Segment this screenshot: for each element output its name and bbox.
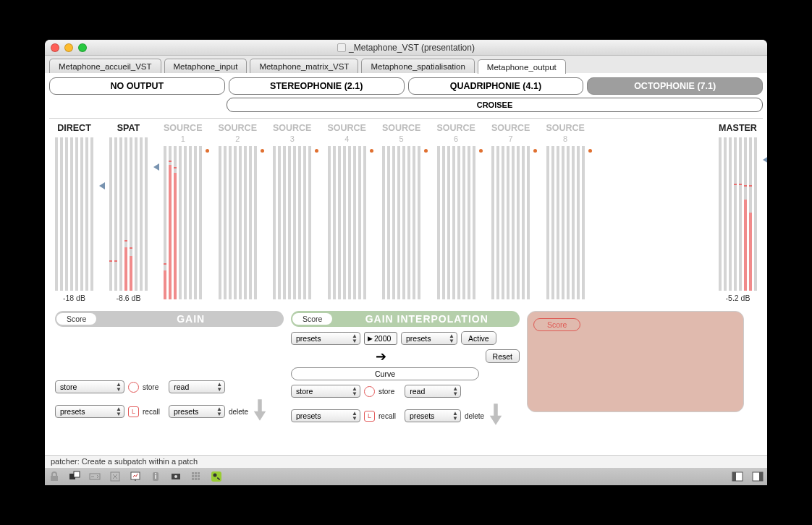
info-icon[interactable] xyxy=(149,470,162,483)
recall-trigger-icon[interactable]: L xyxy=(128,406,139,417)
meter-bar xyxy=(194,146,197,299)
window-a-icon[interactable] xyxy=(731,470,744,483)
meter-bar xyxy=(75,137,78,291)
meter-sublabel: 8 xyxy=(563,135,567,143)
meter-bar xyxy=(60,137,63,291)
interp-time[interactable]: ▶2000 xyxy=(364,332,397,345)
meter-bar xyxy=(114,137,117,291)
tab-metaphone-matrix-vst[interactable]: Metaphone_matrix_VST xyxy=(250,59,358,73)
presets-delete-select[interactable]: presets▲▼ xyxy=(405,409,461,422)
level-handle-icon[interactable] xyxy=(153,163,159,171)
meter-bar xyxy=(333,146,336,299)
app-window: _Metaphone_VST (presentation) Metaphone_… xyxy=(45,40,767,485)
meter-bar xyxy=(65,137,68,291)
zoom-icon[interactable] xyxy=(88,470,101,483)
tab-metaphone-accueil-vst[interactable]: Metaphone_accueil_VST xyxy=(49,59,161,73)
meter-bar xyxy=(418,146,420,299)
close-x-icon[interactable] xyxy=(109,470,122,483)
db-readout: -5.2 dB xyxy=(726,294,750,302)
meter-label: SOURCE xyxy=(546,123,584,133)
meter-bar xyxy=(303,146,306,299)
document-icon xyxy=(337,43,346,52)
meter-bar xyxy=(85,137,88,291)
store-trigger-icon[interactable] xyxy=(128,382,139,393)
active-button[interactable]: Active xyxy=(461,331,496,345)
mode-octophonie-7-1-[interactable]: OCTOPHONIE (7.1) xyxy=(587,77,763,95)
store-select[interactable]: store▲▼ xyxy=(55,380,124,393)
minimize-button[interactable] xyxy=(64,43,73,52)
object-icon[interactable] xyxy=(169,470,182,483)
score-button[interactable]: Score xyxy=(533,318,580,331)
meter-bar xyxy=(473,146,475,299)
meter-bar xyxy=(343,146,346,299)
mode-no-output[interactable]: NO OUTPUT xyxy=(49,77,225,95)
meter-bar xyxy=(754,137,757,291)
status-bar: patcher: Create a subpatch within a patc… xyxy=(45,455,767,468)
interp-presets-a[interactable]: presets▲▼ xyxy=(291,332,360,345)
meter-bar xyxy=(353,146,356,299)
lock-icon[interactable] xyxy=(48,470,61,483)
meter-label: SPAT xyxy=(117,123,140,133)
activity-icon[interactable] xyxy=(210,470,223,483)
meter-bar xyxy=(729,137,732,291)
meter-bar xyxy=(407,146,410,299)
presets-delete-select[interactable]: presets▲▼ xyxy=(169,405,225,418)
new-object-icon[interactable] xyxy=(68,470,81,483)
grid-icon[interactable] xyxy=(190,470,203,483)
presets-select[interactable]: presets▲▼ xyxy=(291,409,360,422)
recall-trigger-icon[interactable]: L xyxy=(364,411,375,422)
meter-bar xyxy=(249,146,252,299)
meter-bar xyxy=(244,146,247,299)
recall-label: recall xyxy=(378,412,396,420)
meter-bar xyxy=(348,146,351,299)
read-select[interactable]: read▲▼ xyxy=(405,385,461,398)
delete-label: delete xyxy=(465,412,484,420)
meter-bar xyxy=(70,137,73,291)
svg-rect-7 xyxy=(155,475,156,479)
meter-bar xyxy=(719,137,722,291)
svg-rect-11 xyxy=(192,472,194,474)
meter-bar xyxy=(189,146,192,299)
tab-metaphone-spatialisation[interactable]: Metaphone_spatialisation xyxy=(361,59,474,73)
meter-bar xyxy=(363,146,366,299)
mode-quadriphonie-4-1-[interactable]: QUADRIPHONIE (4.1) xyxy=(408,77,584,95)
reset-button[interactable]: Reset xyxy=(486,349,520,363)
window-b-icon[interactable] xyxy=(751,470,764,483)
score-button[interactable]: Score xyxy=(292,313,332,325)
zoom-button[interactable] xyxy=(78,43,87,52)
meter-bar xyxy=(402,146,405,299)
read-select[interactable]: read▲▼ xyxy=(169,380,225,393)
store-select[interactable]: store▲▼ xyxy=(291,385,360,398)
meter-sublabel: 3 xyxy=(290,135,295,143)
store-trigger-icon[interactable] xyxy=(364,386,375,397)
meter-bar xyxy=(328,146,331,299)
presentation-icon[interactable] xyxy=(129,470,142,483)
svg-rect-18 xyxy=(195,478,197,480)
tab-metaphone-input[interactable]: Metaphone_input xyxy=(164,59,248,73)
tab-metaphone-output[interactable]: Metaphone_output xyxy=(478,59,566,74)
spat-meter: SPAT-8.6 dB xyxy=(109,123,148,302)
mode-stereophonie-2-1-[interactable]: STEREOPHONIE (2.1) xyxy=(229,77,405,95)
meter-bars xyxy=(328,146,366,299)
presets-select[interactable]: presets▲▼ xyxy=(55,405,124,418)
meter-bar xyxy=(447,146,450,299)
interp-presets-b[interactable]: presets▲▼ xyxy=(401,332,457,345)
svg-point-21 xyxy=(213,474,217,477)
svg-rect-8 xyxy=(155,473,156,474)
level-handle-icon[interactable] xyxy=(763,156,767,163)
close-button[interactable] xyxy=(51,43,59,52)
svg-point-5 xyxy=(135,479,136,481)
content: NO OUTPUTSTEREOPHONIE (2.1)QUADRIPHONIE … xyxy=(45,73,767,455)
titlebar: _Metaphone_VST (presentation) xyxy=(45,40,767,56)
score-button[interactable]: Score xyxy=(56,313,96,325)
meter-bar xyxy=(462,146,465,299)
divider xyxy=(49,118,763,119)
meter-bar xyxy=(572,146,575,299)
interp-title: GAIN INTERPOLATION xyxy=(339,313,514,325)
level-handle-icon[interactable] xyxy=(99,182,105,189)
meter-label: MASTER xyxy=(719,123,757,133)
meter-bar xyxy=(109,137,112,291)
arrow-right-icon: ➔ xyxy=(376,350,386,363)
croisee-button[interactable]: CROISEE xyxy=(227,98,763,112)
curve-button[interactable]: Curve xyxy=(291,367,479,380)
